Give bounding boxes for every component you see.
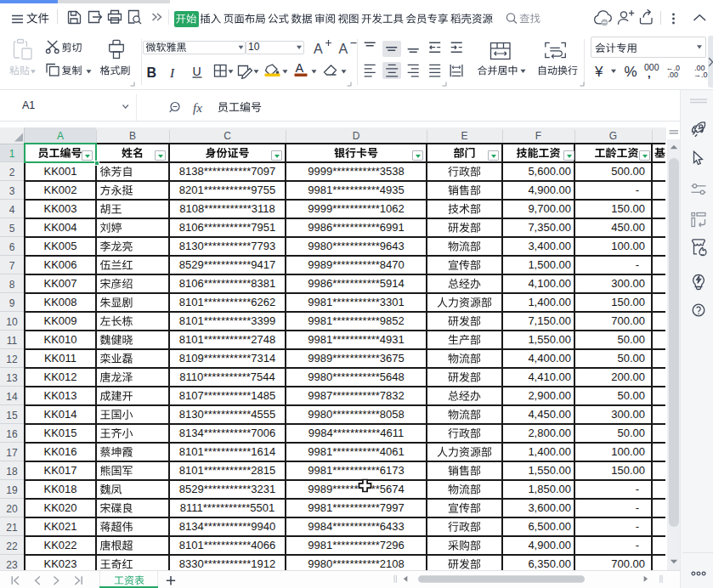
svg-text:A: A	[314, 42, 323, 56]
svg-text:¥: ¥	[594, 64, 603, 80]
svg-text:A: A	[296, 61, 304, 75]
svg-text:,: ,	[648, 67, 651, 80]
svg-text:%: %	[625, 64, 637, 80]
svg-text:→.0: →.0	[693, 71, 708, 79]
svg-text:.00: .00	[668, 71, 679, 79]
svg-text:B: B	[147, 65, 157, 80]
svg-text:I: I	[169, 65, 175, 80]
svg-text:fx: fx	[193, 101, 202, 115]
svg-text:A: A	[339, 42, 348, 56]
svg-text:000: 000	[644, 62, 659, 72]
svg-text:U: U	[193, 65, 201, 78]
